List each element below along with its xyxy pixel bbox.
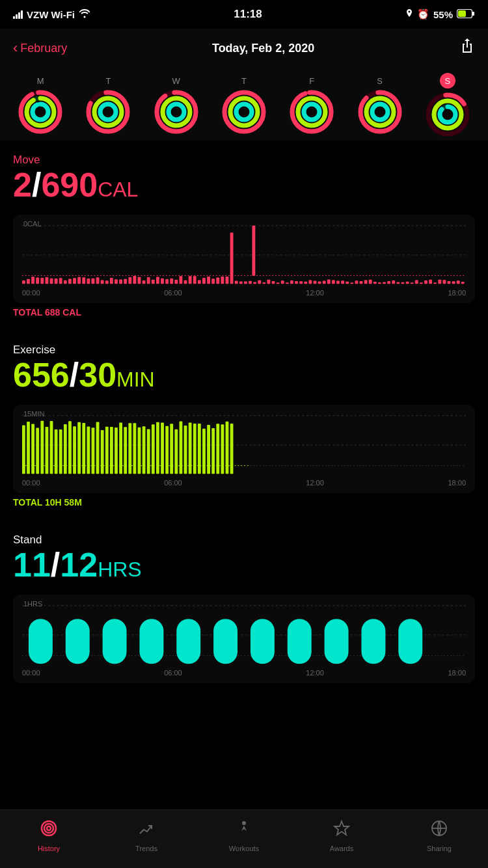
location-icon [405, 9, 413, 20]
svg-rect-181 [170, 424, 173, 474]
exercise-x-labels: 00:00 06:00 12:00 18:00 [22, 476, 466, 487]
day-wednesday[interactable]: W [145, 76, 207, 135]
day-monday[interactable]: M [10, 76, 72, 135]
svg-point-211 [47, 826, 51, 830]
svg-rect-82 [174, 280, 178, 284]
svg-rect-182 [174, 429, 178, 474]
day-label-sat: S [377, 76, 383, 86]
svg-rect-96 [239, 282, 243, 284]
svg-rect-88 [202, 278, 206, 284]
ring-monday [17, 88, 64, 135]
svg-rect-118 [341, 280, 344, 284]
svg-rect-190 [211, 428, 215, 474]
day-thursday[interactable]: T [213, 76, 275, 135]
svg-rect-183 [180, 421, 183, 474]
svg-rect-76 [147, 277, 150, 284]
exercise-y-label: 15MIN [23, 410, 44, 418]
tab-history[interactable]: History [0, 819, 98, 852]
svg-rect-165 [96, 422, 100, 474]
svg-rect-139 [438, 280, 441, 284]
svg-point-212 [242, 821, 246, 825]
svg-rect-172 [128, 423, 131, 474]
svg-rect-89 [207, 277, 210, 284]
day-friday[interactable]: F [281, 76, 343, 135]
svg-rect-193 [226, 422, 229, 474]
svg-rect-98 [249, 281, 252, 284]
svg-rect-150 [27, 422, 30, 474]
move-x-labels: 00:00 06:00 12:00 18:00 [22, 286, 466, 297]
tab-workouts-label: Workouts [229, 845, 259, 852]
svg-rect-67 [105, 280, 109, 284]
signal-icon [13, 10, 23, 19]
svg-rect-60 [73, 278, 76, 284]
svg-rect-94 [230, 233, 234, 284]
svg-rect-81 [170, 278, 173, 284]
svg-rect-158 [64, 424, 67, 474]
svg-rect-138 [433, 282, 437, 284]
move-chart: 0CAL /* bars generated below */ 00:00 06… [13, 215, 475, 303]
svg-rect-202 [176, 619, 200, 664]
svg-rect-70 [119, 280, 122, 284]
day-label-mon: M [37, 76, 44, 86]
svg-rect-173 [133, 423, 137, 474]
svg-rect-117 [336, 281, 340, 284]
tab-awards[interactable]: Awards [293, 819, 390, 852]
svg-rect-68 [110, 278, 113, 284]
exercise-chart: 15MIN 00:00 06:00 12:00 18:00 [13, 405, 475, 493]
svg-rect-149 [22, 426, 25, 474]
svg-rect-140 [442, 280, 446, 284]
svg-rect-106 [286, 282, 289, 284]
svg-rect-133 [411, 282, 414, 284]
svg-rect-156 [55, 429, 58, 474]
svg-rect-123 [364, 280, 368, 284]
svg-rect-77 [152, 280, 155, 284]
svg-rect-208 [398, 619, 422, 664]
battery-label: 55% [433, 9, 453, 20]
svg-rect-91 [216, 277, 219, 284]
stand-section: Stand 11/12HRS [0, 521, 488, 588]
svg-rect-110 [304, 282, 307, 284]
tab-sharing[interactable]: Sharing [390, 819, 488, 852]
svg-rect-49 [22, 280, 25, 284]
svg-rect-164 [92, 427, 95, 474]
svg-rect-160 [73, 426, 76, 474]
svg-rect-184 [184, 426, 187, 474]
svg-rect-83 [180, 276, 183, 284]
stand-chart: 1HRS 00:00 06:00 12:00 18:00 [13, 595, 475, 683]
status-time: 11:18 [234, 8, 262, 21]
svg-rect-161 [77, 422, 81, 474]
battery-icon [457, 9, 475, 20]
day-tuesday[interactable]: T [77, 76, 139, 135]
exercise-label: Exercise [13, 344, 475, 357]
tab-bar: History Trends Workouts Awards [0, 809, 488, 868]
move-unit: CAL [98, 178, 138, 201]
svg-rect-72 [128, 277, 131, 284]
svg-rect-103 [272, 281, 275, 284]
tab-workouts[interactable]: Workouts [195, 819, 293, 852]
svg-rect-64 [92, 278, 95, 284]
svg-rect-62 [82, 277, 85, 284]
day-sunday[interactable]: S [416, 73, 478, 138]
svg-point-38 [372, 104, 388, 120]
day-saturday[interactable]: S [349, 76, 411, 135]
svg-rect-79 [161, 278, 164, 284]
svg-rect-113 [318, 282, 321, 284]
back-button[interactable]: ‹ February [13, 40, 67, 57]
svg-rect-129 [392, 280, 395, 284]
svg-rect-53 [40, 278, 44, 284]
svg-rect-188 [202, 429, 206, 474]
svg-rect-155 [50, 421, 53, 474]
awards-icon [332, 819, 351, 842]
svg-rect-109 [299, 281, 303, 284]
svg-point-210 [44, 824, 53, 833]
svg-rect-114 [323, 281, 326, 284]
svg-rect-136 [424, 280, 427, 284]
svg-rect-163 [87, 426, 90, 474]
tab-trends[interactable]: Trends [98, 819, 195, 852]
svg-rect-93 [226, 277, 229, 284]
share-button[interactable] [459, 37, 475, 59]
svg-rect-111 [308, 280, 312, 284]
ring-thursday [221, 88, 267, 135]
svg-rect-166 [101, 430, 104, 474]
svg-rect-174 [138, 427, 141, 474]
